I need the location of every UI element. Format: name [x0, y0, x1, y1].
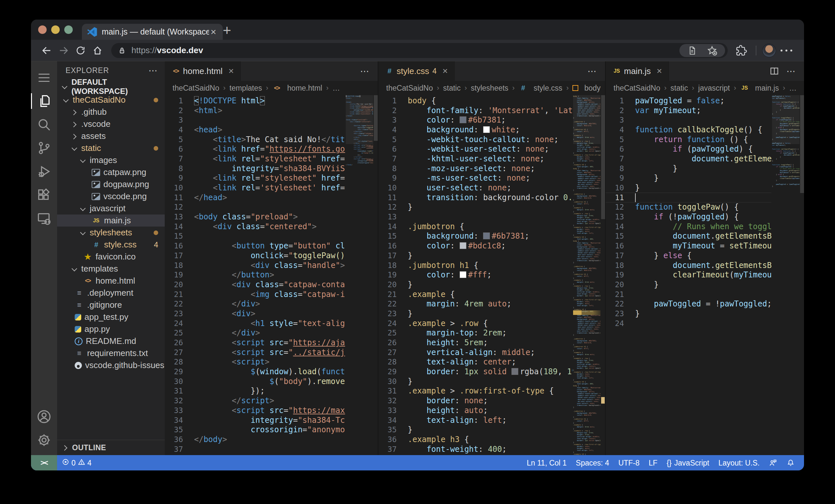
- code-line-26[interactable]: 26 height: 5rem;: [378, 338, 572, 348]
- bookmark-star-icon[interactable]: [707, 45, 717, 56]
- code-line-30[interactable]: 30 $("body").removeClass("preload");: [165, 377, 345, 386]
- code-line-18[interactable]: 18.jumbotron h1 {: [378, 260, 572, 270]
- code-line-8[interactable]: 8 integrity="sha384-BVYiiSIFeK1dGmJRAkyc…: [165, 164, 345, 173]
- code-line-11[interactable]: 11: [606, 193, 771, 203]
- accounts-button[interactable]: [31, 405, 57, 428]
- tree-item-app_test.py[interactable]: app_test.py: [57, 311, 165, 323]
- code-line-22[interactable]: 22 </div>: [165, 299, 345, 309]
- tree-item-.vscode[interactable]: .vscode: [57, 118, 165, 130]
- code-line-5[interactable]: 5 <title>The Cat said No!</title>: [165, 135, 345, 144]
- code-line-15[interactable]: 15 background: #6b7381;: [378, 231, 572, 241]
- code-line-19[interactable]: 19 </button>: [165, 270, 345, 280]
- editor-style-css[interactable]: 1body {2 font-family: 'Montserrat', 'Lat…: [378, 95, 605, 455]
- scrollbar[interactable]: [800, 95, 804, 193]
- activity-extensions-button[interactable]: [31, 183, 57, 207]
- code-line-20[interactable]: 20 <div class="catpaw-container">: [165, 280, 345, 290]
- code-line-1[interactable]: 1<!DOCTYPE html>: [165, 96, 345, 106]
- code-line-24[interactable]: 24: [606, 318, 771, 328]
- breadcrumb-item[interactable]: <>home.html: [272, 83, 322, 92]
- code-line-31[interactable]: 31.example > .row:first-of-type {: [378, 386, 572, 396]
- minimap[interactable]: pawToggled = false;var myTimeout; functi…: [772, 95, 799, 455]
- editor-actions-button[interactable]: ⋯: [360, 66, 370, 77]
- code-line-35[interactable]: 35}: [378, 425, 572, 435]
- activity-explorer-button[interactable]: [31, 89, 57, 113]
- code-line-10[interactable]: 10}: [606, 183, 771, 193]
- url-text[interactable]: https://vscode.dev: [131, 45, 203, 56]
- breadcrumb-item[interactable]: templates: [230, 84, 262, 92]
- tree-item-app.py[interactable]: app.py: [57, 323, 165, 335]
- code-line-31[interactable]: 31 });: [165, 386, 345, 396]
- scrollbar[interactable]: [374, 95, 378, 141]
- tree-item-images[interactable]: images: [57, 154, 165, 166]
- outline-section-header[interactable]: OUTLINE: [57, 440, 165, 455]
- activity-remote-explorer-button[interactable]: [31, 207, 57, 230]
- maximize-window-button[interactable]: [64, 25, 73, 34]
- code-line-5[interactable]: 5 return function () {: [606, 135, 771, 144]
- code-line-21[interactable]: 21: [606, 290, 771, 299]
- code-line-14[interactable]: 14.jumbotron {: [378, 222, 572, 231]
- code-line-37[interactable]: 37: [165, 444, 345, 454]
- code-line-13[interactable]: 13<body class="preload">: [165, 212, 345, 222]
- code-line-2[interactable]: 2var myTimeout;: [606, 106, 771, 115]
- code-line-16[interactable]: 16 myTimeout = setTimeout(callbackToggle…: [606, 241, 771, 251]
- code-line-14[interactable]: 14 // Runs when we toggle the button: [606, 222, 771, 231]
- tree-item-assets[interactable]: assets: [57, 130, 165, 142]
- tree-item-dogpaw.png[interactable]: dogpaw.png: [57, 178, 165, 190]
- breadcrumb-item[interactable]: static: [443, 84, 461, 92]
- breadcrumb-item[interactable]: static: [671, 84, 688, 92]
- activity-run-debug-button[interactable]: [31, 160, 57, 183]
- code-line-1[interactable]: 1pawToggled = false;: [606, 96, 771, 106]
- code-line-8[interactable]: 8 }: [606, 164, 771, 173]
- code-line-25[interactable]: 25 margin-top: 2rem;: [378, 328, 572, 338]
- code-line-18[interactable]: 18 <div class="handle"></div>: [165, 260, 345, 270]
- code-line-24[interactable]: 24 <h1 style="text-align:center">: [165, 318, 345, 328]
- code-line-13[interactable]: 13 if (!pawToggled) {: [606, 212, 771, 222]
- profile-avatar[interactable]: [762, 44, 776, 57]
- tree-item-README.md[interactable]: iREADME.md: [57, 335, 165, 347]
- code-line-6[interactable]: 6 <link href="https://fonts.googleapis.c…: [165, 144, 345, 154]
- code-line-17[interactable]: 17 onclick="togglePaw()" id="paw-button": [165, 251, 345, 260]
- code-line-13[interactable]: 13: [378, 212, 572, 222]
- code-line-33[interactable]: 33 <script src="https://maxcdn.bootstrap…: [165, 405, 345, 415]
- tree-item-vscode.github-issues[interactable]: vscode.github-issues: [57, 359, 165, 371]
- code-line-36[interactable]: 36</body>: [165, 435, 345, 444]
- code-line-2[interactable]: 2 font-family: 'Montserrat', 'Lato', 'Op…: [378, 106, 572, 115]
- editor-actions-button[interactable]: ⋯: [587, 66, 597, 77]
- close-icon[interactable]: ×: [657, 66, 662, 76]
- code-line-10[interactable]: 10 <link rel='stylesheet' href='../stati…: [165, 183, 345, 193]
- code-line-22[interactable]: 22 margin: 4rem auto;: [378, 299, 572, 309]
- close-icon[interactable]: ×: [442, 66, 448, 76]
- status-item-ln-11-col-1[interactable]: Ln 11, Col 1: [522, 455, 571, 470]
- tab-home-html[interactable]: <> home.html ×: [165, 61, 241, 81]
- code-line-23[interactable]: 23 <div>: [165, 309, 345, 318]
- code-line-6[interactable]: 6 -webkit-user-select: none;: [378, 144, 572, 154]
- code-line-17[interactable]: 17 } else {: [606, 251, 771, 260]
- code-line-12[interactable]: 12function togglePaw() {: [606, 203, 771, 212]
- code-line-25[interactable]: 25 </div>: [165, 328, 345, 338]
- code-line-35[interactable]: 35 crossorigin="anonymous"></script>: [165, 425, 345, 435]
- tree-item-main.js[interactable]: JSmain.js: [57, 214, 165, 227]
- code-line-27[interactable]: 27 vertical-align: middle;: [378, 348, 572, 357]
- activity-search-button[interactable]: [31, 113, 57, 136]
- status-item-lf[interactable]: LF: [644, 455, 662, 470]
- code-line-34[interactable]: 34 integrity="sha384-Tc5IQib027qvyjSMfHj…: [165, 415, 345, 425]
- minimize-window-button[interactable]: [51, 25, 60, 34]
- menu-button[interactable]: [31, 66, 57, 89]
- code-line-6[interactable]: 6 if (pawToggled) {: [606, 144, 771, 154]
- tree-item-home.html[interactable]: <>home.html: [57, 275, 165, 287]
- code-line-22[interactable]: 22 pawToggled = !pawToggled;: [606, 299, 771, 309]
- tree-item-.gitignore[interactable]: ≡.gitignore: [57, 299, 165, 311]
- code-line-10[interactable]: 10 user-select: none;: [378, 183, 572, 193]
- tree-item-.deployment[interactable]: ≡.deployment: [57, 287, 165, 299]
- code-line-27[interactable]: 27 <script src="../static/javascript/mai…: [165, 348, 345, 357]
- code-line-20[interactable]: 20 }: [606, 280, 771, 290]
- code-line-8[interactable]: 8 -moz-user-select: none;: [378, 164, 572, 173]
- back-button[interactable]: [38, 42, 55, 59]
- code-line-15[interactable]: 15: [165, 231, 345, 241]
- code-line-7[interactable]: 7 <link rel="stylesheet" href="https://s…: [165, 154, 345, 164]
- code-line-11[interactable]: 11</head>: [165, 193, 345, 203]
- code-line-23[interactable]: 23}: [606, 309, 771, 318]
- code-line-29[interactable]: 29 border: 1px solid rgba(189, 193, 208,…: [378, 367, 572, 377]
- notifications-bell-icon[interactable]: [782, 455, 799, 470]
- tree-item-style.css[interactable]: #style.css4: [57, 239, 165, 251]
